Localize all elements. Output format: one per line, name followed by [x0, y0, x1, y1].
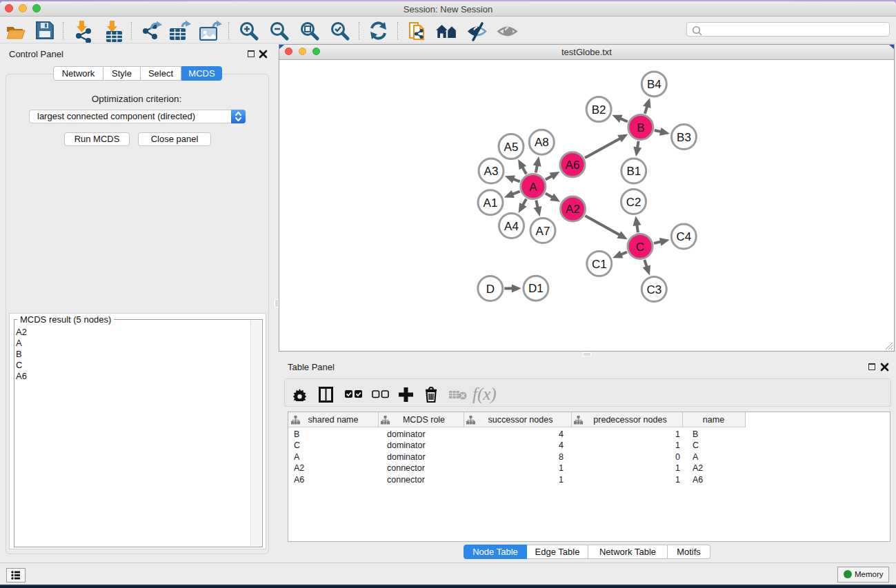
svg-text:C4: C4 [676, 230, 691, 243]
svg-text:B4: B4 [647, 78, 661, 91]
svg-text:A2: A2 [566, 203, 580, 216]
svg-text:C3: C3 [646, 283, 661, 296]
svg-text:A: A [529, 181, 537, 194]
svg-text:A6: A6 [566, 159, 580, 172]
svg-text:B: B [637, 121, 644, 134]
svg-text:A1: A1 [484, 196, 498, 210]
svg-text:B2: B2 [592, 103, 606, 116]
svg-text:A4: A4 [504, 220, 519, 233]
svg-text:D1: D1 [528, 282, 544, 295]
svg-text:B3: B3 [677, 131, 691, 144]
svg-text:C2: C2 [626, 196, 641, 209]
svg-text:A3: A3 [484, 165, 499, 178]
svg-text:D: D [486, 283, 495, 296]
svg-text:A8: A8 [535, 136, 549, 149]
svg-text:C1: C1 [592, 258, 607, 271]
svg-text:A5: A5 [504, 141, 519, 154]
svg-text:C: C [636, 241, 644, 254]
svg-text:A7: A7 [536, 225, 550, 238]
svg-text:B1: B1 [626, 165, 641, 178]
